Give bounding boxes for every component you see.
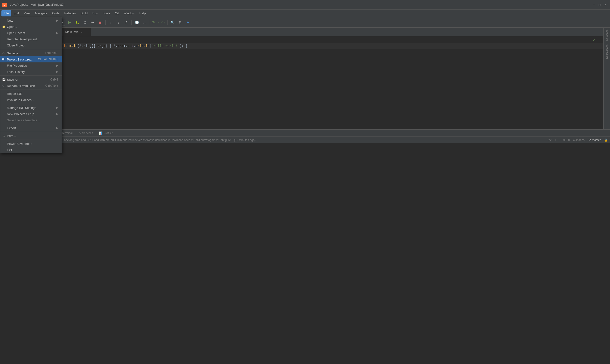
status-message[interactable]: Download pre-built shared indexes: Reduc…	[2, 138, 547, 142]
menu-item-print-label: Print...	[7, 134, 16, 138]
menu-git[interactable]: Git	[113, 10, 121, 16]
menu-item-save-all[interactable]: 💾 Save All Ctrl+S	[0, 77, 62, 83]
settings-button[interactable]: ⚙	[177, 19, 184, 26]
vcs-branch[interactable]: ⎇ master	[588, 138, 601, 142]
indent-setting[interactable]: 4 spaces	[573, 138, 584, 142]
line-ending[interactable]: LF	[555, 138, 558, 142]
menu-navigate[interactable]: Navigate	[33, 10, 50, 16]
menu-separator-3	[0, 90, 62, 90]
more-run-options-button[interactable]: ⋯	[89, 19, 96, 26]
menu-item-power-save[interactable]: Power Save Mode	[0, 141, 62, 147]
menu-item-reload-all[interactable]: ↻ Reload All from Disk Ctrl+Alt+Y	[0, 83, 62, 89]
terminal-tab-label: Terminal	[62, 131, 72, 135]
menu-item-manage-ide[interactable]: Manage IDE Settings ▶	[0, 104, 62, 111]
menu-run[interactable]: Run	[90, 10, 101, 16]
menu-item-local-history-label: Local History	[7, 70, 25, 74]
git-more-button[interactable]: ↕	[115, 19, 122, 26]
update-project-button[interactable]: ↓	[107, 19, 114, 26]
status-bar: Download pre-built shared indexes: Reduc…	[0, 136, 610, 143]
main-toolbar: Ja ◀ Java_Package1.demo02 ▾ ▶ 🐛 ⬡ ⋯ ◼ ↓ …	[0, 17, 610, 28]
revert-button[interactable]: ↺	[123, 19, 130, 26]
menu-refactor[interactable]: Refactor	[62, 10, 78, 16]
menu-build[interactable]: Build	[78, 10, 90, 16]
code-line-1: 1 ▶ public class Main {	[5, 38, 603, 43]
menu-item-remote-dev[interactable]: Remote Development...	[0, 36, 62, 42]
menu-item-remote-dev-label: Remote Development...	[7, 37, 39, 41]
history-button[interactable]: 🕐	[133, 19, 140, 26]
title-bar-left: IJ JavaProject1 - Main.java [JavaProject…	[2, 3, 64, 7]
menu-code[interactable]: Code	[50, 10, 62, 16]
folder-icon: 📁	[2, 25, 6, 28]
menu-item-reload-all-shortcut: Ctrl+Alt+Y	[45, 84, 58, 87]
menu-item-file-properties[interactable]: File Properties ▶	[0, 62, 62, 69]
git-push[interactable]: ↑	[164, 21, 165, 24]
menu-item-new-projects-setup[interactable]: New Projects Setup ▶	[0, 111, 62, 117]
menu-item-file-properties-label: File Properties	[7, 64, 27, 67]
menu-item-new[interactable]: New ▶	[0, 17, 62, 24]
menu-item-export-arrow: ▶	[56, 126, 58, 130]
menu-item-save-as-template: Save File as Template...	[0, 117, 62, 123]
title-bar: IJ JavaProject1 - Main.java [JavaProject…	[0, 0, 610, 10]
menu-tools[interactable]: Tools	[101, 10, 113, 16]
vcs-branch-name: master	[592, 138, 601, 142]
tab-profiler[interactable]: 📊 Profiler	[96, 130, 115, 136]
menu-item-close-project[interactable]: Close Project	[0, 42, 62, 48]
sidebar-item-database[interactable]: Database	[606, 29, 608, 41]
file-dropdown-menu: New ▶ 📁 Open... Open Recent ▶ Remote Dev…	[0, 17, 62, 153]
menu-item-save-all-label: Save All	[7, 78, 18, 81]
maximize-button[interactable]: □	[597, 3, 602, 7]
services-tab-label: Services	[82, 131, 93, 135]
menu-item-save-as-template-label: Save File as Template...	[7, 118, 40, 122]
tab-main-close[interactable]: ×	[81, 31, 82, 34]
run-button[interactable]: ▶	[66, 19, 73, 26]
vcs-widget-button[interactable]: ▶	[185, 19, 191, 26]
menu-window[interactable]: Window	[121, 10, 137, 16]
rollback-button[interactable]: ⎌	[141, 19, 148, 26]
run-with-coverage-button[interactable]: ⬡	[81, 19, 88, 26]
settings-icon: ⚙	[2, 52, 5, 55]
menu-help[interactable]: Help	[137, 10, 148, 16]
menu-item-local-history-arrow: ▶	[56, 70, 58, 73]
sidebar-item-notifications[interactable]: Notifications	[606, 45, 608, 59]
menu-bar: File Edit View Navigate Code Refactor Bu…	[0, 10, 610, 17]
git-check2: ✓	[161, 21, 163, 24]
menu-edit[interactable]: Edit	[11, 10, 21, 16]
editor-content: 1 ▶ public class Main { 2 ▶ public stati…	[5, 36, 603, 56]
menu-item-local-history[interactable]: Local History ▶	[0, 69, 62, 75]
menu-item-exit[interactable]: Exit	[0, 147, 62, 153]
menu-item-invalidate-caches[interactable]: Invalidate Caches...	[0, 97, 62, 103]
menu-item-project-structure[interactable]: ⊞ Project Structure... Ctrl+Alt+Shift+S	[0, 56, 62, 62]
close-button[interactable]: ×	[603, 3, 608, 7]
menu-item-manage-ide-label: Manage IDE Settings	[7, 106, 36, 110]
debug-button[interactable]: 🐛	[74, 19, 80, 26]
profiler-tab-icon: 📊	[99, 131, 103, 135]
menu-item-settings-label: Settings...	[7, 52, 21, 55]
git-info: Git: ✓ ✓ ↑	[152, 21, 165, 24]
file-encoding[interactable]: UTF-8	[562, 138, 570, 142]
menu-item-exit-label: Exit	[7, 148, 12, 152]
menu-item-manage-ide-arrow: ▶	[56, 106, 58, 109]
menu-item-repair-ide-label: Repair IDE	[7, 92, 22, 95]
menu-item-close-project-label: Close Project	[7, 44, 25, 47]
menu-item-open-recent[interactable]: Open Recent ▶	[0, 30, 62, 36]
tab-main[interactable]: Main.java ×	[63, 28, 91, 36]
menu-item-open[interactable]: 📁 Open...	[0, 24, 62, 30]
menu-item-new-label: New	[7, 19, 13, 22]
cursor-position[interactable]: 5:2	[547, 138, 552, 142]
minimize-button[interactable]: −	[592, 3, 596, 7]
menu-item-settings[interactable]: ⚙ Settings... Ctrl+Alt+S	[0, 50, 62, 56]
menu-view[interactable]: View	[21, 10, 33, 16]
search-everywhere-button[interactable]: 🔍	[169, 19, 176, 26]
svg-text:IJ: IJ	[4, 4, 5, 6]
editor-validation-ok: ✓	[593, 38, 596, 42]
toolbar-sep-4	[131, 20, 131, 25]
lock-icon: 🔒	[604, 138, 608, 142]
tab-services[interactable]: ⚙ Services	[76, 130, 96, 136]
menu-item-print[interactable]: 🖨 Print...	[0, 133, 62, 139]
code-editor[interactable]: 1 ▶ public class Main { 2 ▶ public stati…	[5, 36, 603, 129]
stop-button[interactable]: ◼	[97, 19, 104, 26]
menu-item-export[interactable]: Export ▶	[0, 125, 62, 131]
menu-file[interactable]: File	[1, 10, 11, 16]
menu-item-repair-ide[interactable]: Repair IDE	[0, 91, 62, 97]
window-title: JavaProject1 - Main.java [JavaProject2]	[10, 3, 64, 6]
